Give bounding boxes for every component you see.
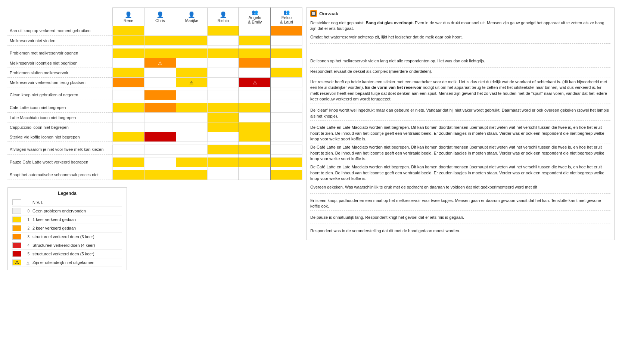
data-cell (176, 170, 208, 180)
data-cell (208, 78, 239, 87)
data-cell (239, 145, 271, 155)
legenda-label: 2 keer verkeerd gedaan (32, 226, 76, 230)
data-cell (271, 145, 302, 155)
table-row (7, 87, 302, 90)
legenda-num: △ (24, 261, 29, 265)
table-row (7, 167, 302, 170)
data-cell (113, 142, 144, 145)
header-rene: 👤 Rene (113, 8, 144, 26)
legenda-color-box (12, 234, 21, 240)
oorzaak-row: De pauze is onnatuurlijk lang. Responden… (310, 214, 610, 224)
row-label (7, 142, 113, 145)
oorzaak-rows: De stekker nog niet geplaatst. Bang dat … (310, 19, 610, 237)
legenda-section: Legenda N.V.T.0Geen probleem ondervonden… (7, 187, 127, 270)
row-label: Problemen met melkreservoir openen (7, 49, 113, 58)
data-cell (271, 142, 302, 145)
person-icon-eelco-lauri: 👥 (273, 9, 300, 15)
legenda-item: N.V.T. (12, 198, 122, 207)
data-cell (208, 49, 239, 58)
data-cell (271, 132, 302, 142)
table-row (7, 100, 302, 103)
data-cell (144, 167, 176, 170)
data-cell (144, 132, 176, 142)
legenda-title: Legenda (12, 191, 122, 196)
row-label: Melkreservoir verkeerd om terug plaatsen (7, 78, 113, 87)
data-cell (176, 142, 208, 145)
table-row (7, 155, 302, 158)
data-cell (176, 26, 208, 36)
data-cell (113, 158, 144, 167)
row-label: Aan uit knop op verkeerd moment gebruike… (7, 26, 113, 36)
data-cell (271, 36, 302, 46)
data-cell (239, 122, 271, 132)
oorzaak-icon: 🔲 (310, 10, 317, 17)
legenda-color-box (12, 242, 21, 248)
data-cell (208, 158, 239, 167)
person-icon-angelo-emily: 👥 (242, 9, 268, 15)
table-row: Pauze Cafe Latte wordt verkeerd begrepen (7, 158, 302, 167)
oorzaak-row: De 'clean' knop wordt wel ingedrukt maar… (310, 106, 610, 121)
row-label (7, 155, 113, 158)
oorzaak-row: De iconen op het melkreservoir vielen la… (310, 57, 610, 68)
legenda-item: 0Geen probleem ondervonden (12, 207, 122, 215)
oorzaak-header: 🔲 Oorzaak (310, 10, 610, 17)
oorzaak-row: De Café Latte en Late Macciato worden ni… (310, 143, 610, 163)
table-row: Melkreservoir icoontjes niet begrijpen⚠ (7, 58, 302, 68)
legenda-color-box (12, 199, 21, 205)
header-rishin: 👤 Rishin (208, 8, 239, 26)
oorzaak-row (310, 211, 610, 214)
main-container: 👤 Rene 👤 Chris 👤 Marijke 👤 Rishin (7, 7, 615, 270)
data-cell (144, 46, 176, 49)
table-row: Problemen met melkreservoir openen (7, 49, 302, 58)
data-cell (113, 100, 144, 103)
data-cell (144, 78, 176, 87)
data-cell: ⚠ (239, 78, 271, 87)
data-cell (239, 113, 271, 122)
table-row: Problemen sluiten melkreservoir (7, 68, 302, 78)
data-cell (113, 113, 144, 122)
person-name-marijke: Marijke (185, 18, 198, 23)
data-cell (176, 36, 208, 46)
data-cell (239, 103, 271, 113)
legenda-color-box (12, 208, 21, 214)
header-eelco-lauri: 👥 Eelco& Lauri (271, 8, 302, 26)
row-label: Afvragen waarom je niet voor twee melk k… (7, 145, 113, 155)
data-cell (144, 158, 176, 167)
data-cell (113, 155, 144, 158)
data-cell (144, 90, 176, 100)
row-label: Clean knop niet gebruiken of negeren (7, 90, 113, 100)
data-cell (113, 87, 144, 90)
legenda-label: Zijn er uiteindelijk niet uitgekomen (32, 260, 94, 265)
oorzaak-title: Oorzaak (319, 11, 338, 16)
oorzaak-row (310, 103, 610, 106)
data-cell (113, 90, 144, 100)
table-row: Latte Macchiato icoon niet begrepen (7, 113, 302, 122)
legenda-label: N.V.T. (32, 200, 43, 205)
person-name-rishin: Rishin (217, 18, 229, 23)
data-cell (239, 36, 271, 46)
data-cell (113, 170, 144, 180)
oorzaak-row: De stekker nog niet geplaatst. Bang dat … (310, 19, 610, 33)
data-cell (144, 122, 176, 132)
legenda-item: 5structureel verkeerd doen (5 keer) (12, 250, 122, 258)
data-cell (239, 87, 271, 90)
oorzaak-row (310, 224, 610, 227)
legenda-item: 3structureel verkeerd doen (3 keer) (12, 233, 122, 241)
data-cell (113, 167, 144, 170)
table-row: Sterkte v/d koffie iconen niet begrepen (7, 132, 302, 142)
header-marijke: 👤 Marijke (176, 8, 208, 26)
oorzaak-row (310, 194, 610, 197)
data-cell (144, 100, 176, 103)
header-chris: 👤 Chris (144, 8, 176, 26)
data-cell (208, 122, 239, 132)
table-row: Melkreservoir niet vinden (7, 36, 302, 46)
table-row: Melkreservoir verkeerd om terug plaatsen… (7, 78, 302, 87)
row-label: Problemen sluiten melkreservoir (7, 68, 113, 78)
legenda-num: 0 (24, 209, 29, 213)
data-cell (239, 58, 271, 68)
legenda-item: 4Structureel verkeerd doen (4 keer) (12, 241, 122, 250)
data-cell (176, 90, 208, 100)
row-label: Snapt het automatische schoonmaak proces… (7, 170, 113, 180)
data-cell (176, 46, 208, 49)
data-cell (271, 167, 302, 170)
